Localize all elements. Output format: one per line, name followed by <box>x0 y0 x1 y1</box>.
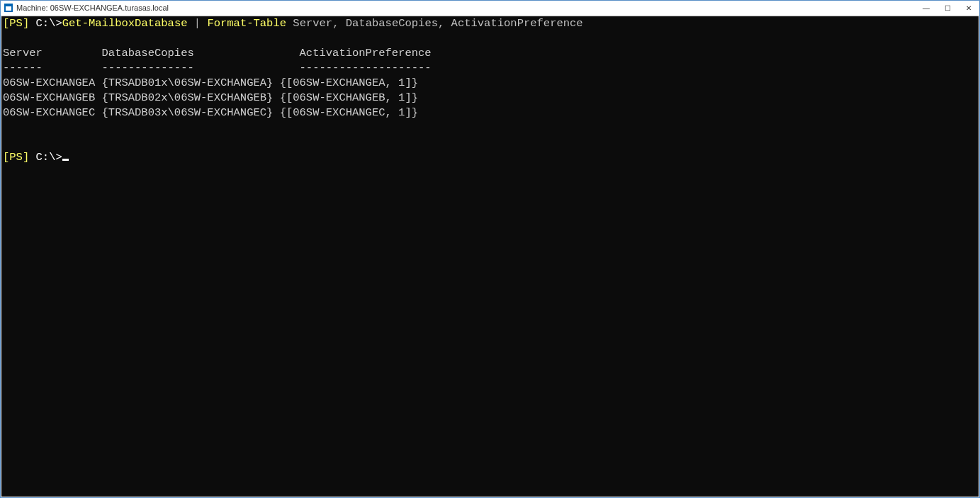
prompt-ps: PS <box>9 151 23 164</box>
pipe: | <box>188 17 208 30</box>
prompt-bracket-close: ] <box>23 151 29 164</box>
prompt-path: C:\> <box>36 17 62 30</box>
maximize-button[interactable]: ☐ <box>937 1 958 15</box>
prompt-space <box>29 151 35 164</box>
prompt-ps: PS <box>9 17 23 30</box>
arg-server: Server <box>286 17 332 30</box>
prompt-line: [PS] C:\>Get-MailboxDatabase | Format-Ta… <box>3 17 583 30</box>
prompt-line-idle: [PS] C:\> <box>3 151 69 164</box>
app-icon <box>4 3 13 13</box>
window-title: Machine: 06SW-EXCHANGEA.turasas.local <box>16 4 916 12</box>
output-header: Server DatabaseCopies ActivationPreferen… <box>3 47 432 60</box>
prompt-bracket-open: [ <box>3 17 9 30</box>
cmd-format-table: Format-Table <box>207 17 286 30</box>
svg-rect-2 <box>6 5 11 6</box>
titlebar[interactable]: Machine: 06SW-EXCHANGEA.turasas.local — … <box>1 1 979 16</box>
arg-activationpreference: ActivationPreference <box>444 17 582 30</box>
prompt-space <box>29 17 35 30</box>
close-button[interactable]: ✕ <box>958 1 979 15</box>
output-row: 06SW-EXCHANGEC {TRSADB03x\06SW-EXCHANGEC… <box>3 106 418 119</box>
prompt-bracket-open: [ <box>3 151 9 164</box>
prompt-bracket-close: ] <box>23 17 29 30</box>
prompt-path: C:\> <box>36 151 62 164</box>
comma2: , <box>438 17 444 30</box>
output-header-underline: ------ -------------- ------------------… <box>3 62 432 74</box>
window: Machine: 06SW-EXCHANGEA.turasas.local — … <box>0 0 980 498</box>
window-controls: — ☐ ✕ <box>916 1 979 15</box>
output-row: 06SW-EXCHANGEB {TRSADB02x\06SW-EXCHANGEB… <box>3 91 418 104</box>
arg-databasecopies: DatabaseCopies <box>339 17 438 30</box>
terminal-area[interactable]: [PS] C:\>Get-MailboxDatabase | Format-Ta… <box>1 16 979 497</box>
minimize-button[interactable]: — <box>916 1 937 15</box>
output-row: 06SW-EXCHANGEA {TRSADB01x\06SW-EXCHANGEA… <box>3 77 418 89</box>
cursor <box>62 159 69 161</box>
cmd-get-mailboxdatabase: Get-MailboxDatabase <box>62 17 188 30</box>
